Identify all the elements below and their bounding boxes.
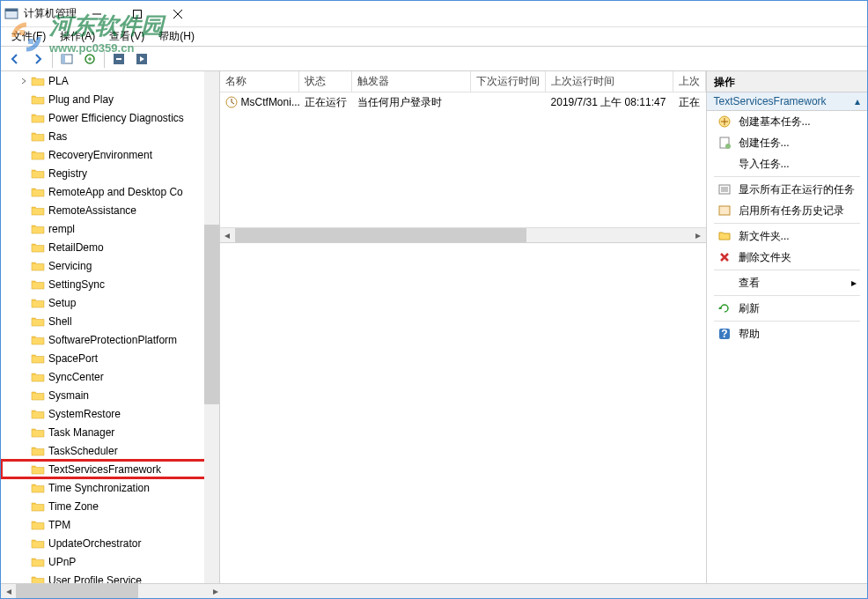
tree-item-label: Task Manager <box>48 426 114 439</box>
tree-item-label: SoftwareProtectionPlatform <box>48 334 177 346</box>
menu-action[interactable]: 操作(A) <box>53 27 102 46</box>
actions-separator <box>714 270 860 270</box>
window-title: 计算机管理 <box>24 6 77 21</box>
toolbar-button-2[interactable] <box>79 48 100 70</box>
tree-item-servicing[interactable]: Servicing <box>1 256 219 275</box>
tree-item-time-zone[interactable]: Time Zone <box>1 497 219 515</box>
tree-item-label: Sysmain <box>48 389 89 402</box>
tree-item-ras[interactable]: Ras <box>1 127 219 145</box>
nav-forward-button[interactable] <box>27 48 48 70</box>
toolbar-button-4[interactable] <box>131 48 152 70</box>
col-status[interactable]: 状态 <box>299 71 352 92</box>
action-create-basic-task[interactable]: 创建基本任务... <box>707 111 867 132</box>
refresh-icon <box>717 301 732 315</box>
actions-separator <box>714 176 860 177</box>
minimize-button[interactable] <box>77 1 117 27</box>
svg-rect-20 <box>719 206 730 215</box>
list-horizontal-scrollbar[interactable]: ◂ ▸ <box>220 227 706 242</box>
toolbar-separator <box>52 50 53 68</box>
tree-item-label: Setup <box>48 297 76 309</box>
tree-item-taskscheduler[interactable]: TaskScheduler <box>1 441 219 460</box>
table-row[interactable]: MsCtfMoni... 正在运行 当任何用户登录时 2019/7/31 上午 … <box>220 92 706 112</box>
cell-name: MsCtfMoni... <box>241 96 299 108</box>
tree-item-recoveryenvironment[interactable]: RecoveryEnvironment <box>1 145 219 164</box>
tree-item-label: SettingSync <box>48 278 105 291</box>
menu-file[interactable]: 文件(F) <box>4 27 53 46</box>
col-last[interactable]: 上次 <box>673 71 706 92</box>
chevron-right-icon: ▸ <box>851 277 857 289</box>
tree-item-sysmain[interactable]: Sysmain <box>1 386 219 404</box>
tree-item-remoteassistance[interactable]: RemoteAssistance <box>1 201 219 219</box>
tree-item-power-efficiency-diagnostics[interactable]: Power Efficiency Diagnostics <box>1 108 219 127</box>
action-show-running[interactable]: 显示所有正在运行的任务 <box>707 179 867 200</box>
tree-item-label: UpdateOrchestrator <box>48 537 141 550</box>
expander-icon[interactable] <box>18 76 29 86</box>
col-triggers[interactable]: 触发器 <box>352 71 471 92</box>
close-button[interactable] <box>158 1 198 27</box>
tree-item-label: Ras <box>48 130 67 143</box>
tree-item-registry[interactable]: Registry <box>1 164 219 182</box>
tree-item-label: RetailDemo <box>48 241 104 254</box>
tree-item-tpm[interactable]: TPM <box>1 515 219 534</box>
tree-item-plug-and-play[interactable]: Plug and Play <box>1 90 219 108</box>
tree-item-upnp[interactable]: UPnP <box>1 552 219 571</box>
action-enable-history[interactable]: 启用所有任务历史记录 <box>707 200 867 221</box>
tree-item-setup[interactable]: Setup <box>1 293 219 312</box>
history-icon <box>717 203 732 218</box>
toolbar-button-3[interactable] <box>108 48 129 70</box>
tree-item-label: SystemRestore <box>48 408 121 420</box>
tree-item-systemrestore[interactable]: SystemRestore <box>1 404 219 423</box>
maximize-button[interactable] <box>117 1 158 27</box>
tree-item-settingsync[interactable]: SettingSync <box>1 275 219 293</box>
tree-item-remoteapp-and-desktop-co[interactable]: RemoteApp and Desktop Co <box>1 182 219 201</box>
action-import-task[interactable]: 导入任务... <box>707 153 867 174</box>
menu-help[interactable]: 帮助(H) <box>151 27 202 46</box>
action-new-folder[interactable]: 新文件夹... <box>707 226 867 247</box>
action-help[interactable]: ? 帮助 <box>707 323 867 344</box>
action-view[interactable]: 查看 ▸ <box>707 272 867 293</box>
help-icon: ? <box>717 327 732 341</box>
cell-last: 正在 <box>673 93 706 112</box>
actions-section-title[interactable]: TextServicesFramework ▴ <box>707 92 867 111</box>
tree-item-label: TextServicesFramework <box>48 463 161 476</box>
task-list: 名称 状态 触发器 下次运行时间 上次运行时间 上次 MsCtfMoni... … <box>220 71 706 243</box>
tree-item-spaceport[interactable]: SpacePort <box>1 349 219 367</box>
nav-back-button[interactable] <box>4 48 26 70</box>
tree-item-time-synchronization[interactable]: Time Synchronization <box>1 478 219 497</box>
tree-item-label: SyncCenter <box>48 371 104 383</box>
svg-rect-7 <box>62 55 65 63</box>
svg-text:?: ? <box>721 328 727 340</box>
tree-vertical-scrollbar[interactable] <box>204 71 219 583</box>
tree-item-task-manager[interactable]: Task Manager <box>1 423 219 441</box>
col-lastrun[interactable]: 上次运行时间 <box>546 71 673 92</box>
tree-panel[interactable]: PLAPlug and PlayPower Efficiency Diagnos… <box>1 71 220 583</box>
tree-item-label: Time Zone <box>48 500 99 513</box>
tree-item-retaildemo[interactable]: RetailDemo <box>1 238 219 256</box>
tree-horizontal-scrollbar[interactable]: ◂ ▸ <box>1 584 223 598</box>
col-name[interactable]: 名称 <box>220 71 299 92</box>
tree-item-textservicesframework[interactable]: TextServicesFramework <box>1 460 219 478</box>
toolbar-button-1[interactable] <box>56 48 77 70</box>
tree-item-updateorchestrator[interactable]: UpdateOrchestrator <box>1 534 219 552</box>
task-icon <box>717 136 732 150</box>
tree-item-label: UPnP <box>48 556 76 568</box>
tree-item-label: RemoteAssistance <box>48 204 136 217</box>
tree-item-synccenter[interactable]: SyncCenter <box>1 367 219 386</box>
tree-item-label: Power Efficiency Diagnostics <box>48 112 184 124</box>
tree-item-user-profile-service[interactable]: User Profile Service <box>1 571 219 583</box>
toolbar-separator <box>104 50 105 68</box>
tree-item-softwareprotectionplatform[interactable]: SoftwareProtectionPlatform <box>1 330 219 349</box>
menu-view[interactable]: 查看(V) <box>102 27 151 46</box>
tree-item-shell[interactable]: Shell <box>1 312 219 330</box>
action-delete-folder[interactable]: 删除文件夹 <box>707 247 867 268</box>
new-folder-icon <box>717 229 732 243</box>
svg-rect-3 <box>134 10 142 18</box>
col-nextrun[interactable]: 下次运行时间 <box>471 71 546 92</box>
cell-triggers: 当任何用户登录时 <box>352 93 471 112</box>
action-create-task[interactable]: 创建任务... <box>707 132 867 153</box>
action-refresh[interactable]: 刷新 <box>707 298 867 319</box>
tree-item-pla[interactable]: PLA <box>1 71 219 90</box>
import-icon <box>717 157 732 171</box>
tree-item-label: Time Synchronization <box>48 482 150 494</box>
tree-item-rempl[interactable]: rempl <box>1 219 219 238</box>
